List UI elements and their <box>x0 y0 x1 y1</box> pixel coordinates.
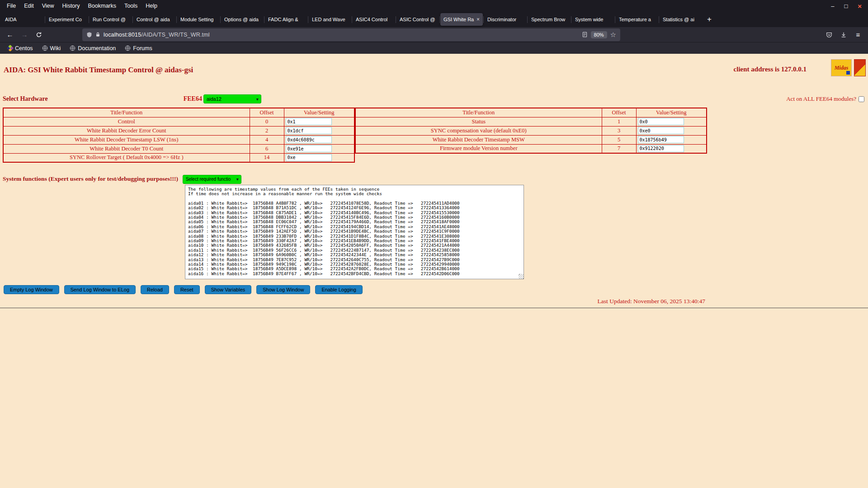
bookmark-wiki[interactable]: Wiki <box>39 44 64 52</box>
menu-bookmarks[interactable]: Bookmarks <box>84 1 120 11</box>
table-row: Status1 <box>355 117 707 126</box>
value-input-control[interactable] <box>286 118 332 125</box>
downloads-icon[interactable] <box>837 29 850 41</box>
tab-separator <box>659 16 659 23</box>
tab-separator <box>132 16 133 23</box>
act-on-all-checkbox[interactable] <box>859 96 864 102</box>
maximize-icon[interactable]: □ <box>844 3 848 9</box>
globe-icon <box>42 45 48 51</box>
value-input-white-rabbit-decoder-t0-count[interactable] <box>286 145 332 152</box>
experiment-logo-image <box>854 59 866 76</box>
tab-led-and-wave[interactable]: LED and Wave <box>309 13 351 26</box>
tab-options-aida[interactable]: Options @ aida <box>221 13 264 26</box>
reload-button[interactable]: Reload <box>141 285 169 294</box>
tab-separator <box>396 16 396 23</box>
log-window[interactable] <box>185 185 524 279</box>
forward-icon[interactable]: → <box>18 29 31 41</box>
table-row: White Rabbit Decoder Error Count2 <box>3 126 354 135</box>
menu-file[interactable]: File <box>3 1 20 11</box>
reload-icon[interactable] <box>33 29 45 41</box>
register-value-cell <box>284 135 354 144</box>
tab-discriminator[interactable]: Discriminator <box>484 13 527 26</box>
table-row: Firmware module Version number7 <box>355 144 707 153</box>
menu-view[interactable]: View <box>38 1 58 11</box>
register-title: Firmware module Version number <box>355 144 602 153</box>
system-functions-label: System functions (Expert users only for … <box>3 175 178 183</box>
value-input-white-rabbit-decoder-timestamp-msw[interactable] <box>638 136 684 143</box>
value-input-sync-compensation-value-default-0xe0[interactable] <box>638 127 684 134</box>
tab-separator <box>527 16 528 23</box>
menu-edit[interactable]: Edit <box>20 1 38 11</box>
value-input-firmware-module-version-number[interactable] <box>638 145 684 152</box>
left-register-table: Title/Function Offset Value/Setting Cont… <box>3 108 355 163</box>
register-value-cell <box>284 117 354 126</box>
client-address: client address is 127.0.0.1 <box>734 66 807 73</box>
fee64-select[interactable]: aida12 <box>203 94 261 103</box>
close-icon[interactable]: × <box>858 2 862 10</box>
page-title: AIDA: GSI White Rabbit Timestamp Control… <box>4 66 193 75</box>
last-updated-text: Last Updated: November 06, 2025 13:40:47 <box>0 298 705 305</box>
tab-separator <box>264 16 264 23</box>
tab-statistics-ai[interactable]: Statistics @ ai <box>660 13 702 26</box>
menu-help[interactable]: Help <box>142 1 161 11</box>
reader-mode-icon[interactable] <box>582 32 588 38</box>
tab-label: Module Setting <box>180 17 217 22</box>
tab-label: LED and Wave <box>312 17 348 22</box>
register-value-cell <box>636 117 707 126</box>
reset-button[interactable]: Reset <box>174 285 200 294</box>
act-on-all-group: Act on ALL FEE64 modules? <box>786 95 864 103</box>
tab-close-icon[interactable]: × <box>476 16 480 23</box>
tab-asic-control[interactable]: ASIC Control @ <box>396 13 439 26</box>
value-input-status[interactable] <box>638 118 684 125</box>
tab-label: Run Control @ <box>93 17 129 22</box>
tab-separator <box>89 16 89 23</box>
bookmark-forums[interactable]: Forums <box>122 44 155 52</box>
lock-icon[interactable] <box>95 32 100 38</box>
minimize-icon[interactable]: – <box>831 3 834 9</box>
menu-tools[interactable]: Tools <box>120 1 142 11</box>
pocket-icon[interactable] <box>823 29 835 41</box>
new-tab-button[interactable]: + <box>703 14 716 25</box>
value-input-sync-rollover-target-default-0x4000-6hz[interactable] <box>286 154 332 161</box>
url-bar[interactable]: localhost:8015/AIDA/TS_WR/TS_WR.tml 80% … <box>82 28 620 41</box>
tab-experiment-co[interactable]: Experiment Co <box>46 13 88 26</box>
tab-control-aida[interactable]: Control @ aida <box>133 13 176 26</box>
bookmark-documentation[interactable]: Documentation <box>66 44 119 52</box>
logos: Midas <box>831 59 866 76</box>
back-icon[interactable]: ← <box>4 29 16 41</box>
tab-label: Experiment Co <box>49 17 85 22</box>
tab-run-control[interactable]: Run Control @ <box>90 13 132 26</box>
register-title: SYNC compensation value (default 0xE0) <box>355 126 602 135</box>
column-header-value-setting: Value/Setting <box>284 108 354 117</box>
select-hardware-label: Select Hardware <box>3 95 48 103</box>
url-host: localhost:8015 <box>104 32 141 38</box>
tab-fadc-align[interactable]: FADC Align & <box>265 13 307 26</box>
fee64-label: FEE64 <box>184 95 202 103</box>
send-log-window-to-elog-button[interactable]: Send Log Window to ELog <box>64 285 136 294</box>
bookmark-label: Centos <box>15 45 33 52</box>
empty-log-window-button[interactable]: Empty Log Window <box>4 285 59 294</box>
tab-system-wide[interactable]: System wide <box>572 13 614 26</box>
table-row: Control0 <box>3 117 354 126</box>
enable-logging-button[interactable]: Enable Logging <box>315 285 362 294</box>
tab-aida[interactable]: AIDA <box>2 13 44 26</box>
shield-icon[interactable] <box>86 32 92 38</box>
tab-separator <box>439 16 440 23</box>
menu-icon[interactable]: ≡ <box>852 29 864 41</box>
menu-bar: FileEditViewHistoryBookmarksToolsHelp – … <box>0 0 868 12</box>
menu-history[interactable]: History <box>58 1 84 11</box>
bookmark-centos[interactable]: Centos <box>5 44 36 52</box>
tab-module-setting[interactable]: Module Setting <box>177 13 220 26</box>
tab-spectrum-brow[interactable]: Spectrum Brow <box>528 13 571 26</box>
tab-asic4-control[interactable]: ASIC4 Control <box>353 13 395 26</box>
function-select[interactable]: Select required function <box>183 175 241 184</box>
show-log-window-button[interactable]: Show Log Window <box>256 285 310 294</box>
register-value-cell <box>284 153 354 162</box>
show-variables-button[interactable]: Show Variables <box>205 285 252 294</box>
tab-gsi-white-ra[interactable]: GSI White Ra× <box>440 13 483 26</box>
bookmark-star-icon[interactable]: ☆ <box>610 31 616 39</box>
value-input-white-rabbit-decoder-error-count[interactable] <box>286 127 332 134</box>
tab-temperature-a[interactable]: Temperature a <box>616 13 658 26</box>
value-input-white-rabbit-decoder-timestamp-lsw-1ns[interactable] <box>286 136 332 143</box>
zoom-level-badge[interactable]: 80% <box>591 31 607 38</box>
